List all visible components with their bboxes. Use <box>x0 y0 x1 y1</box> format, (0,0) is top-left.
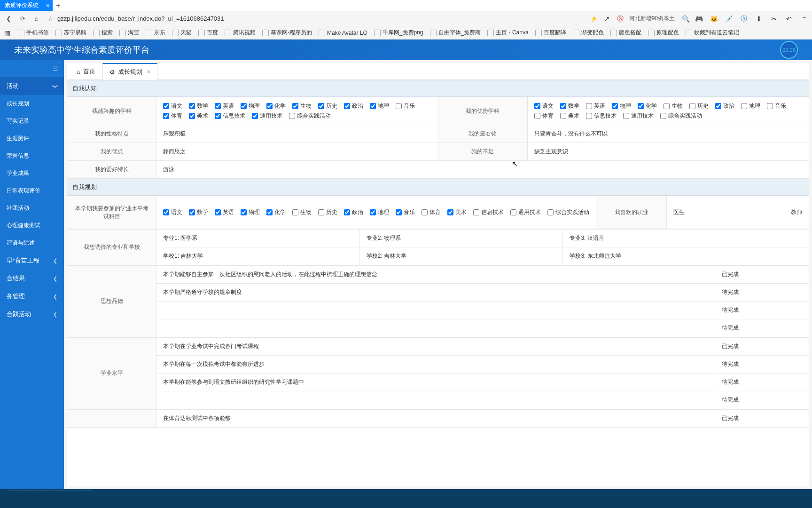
plan-text[interactable]: 本学期能够自主参加一次社区组织的慰问老人的活动，在此过程中梳理正确的理想信念 <box>156 266 715 284</box>
checkbox-input[interactable] <box>612 103 618 109</box>
checkbox-input[interactable] <box>473 209 479 215</box>
major2[interactable]: 物理系 <box>384 235 401 241</box>
major1[interactable]: 医学系 <box>180 235 197 241</box>
sidebar-item[interactable]: 成长规划 <box>0 95 64 112</box>
subject-checkbox[interactable]: 地理 <box>370 208 389 216</box>
subject-checkbox[interactable]: 英语 <box>215 102 234 110</box>
plan-text[interactable]: 在体育达标测试中各项能够 <box>156 410 715 428</box>
subject-checkbox[interactable]: 英语 <box>215 208 234 216</box>
sidebar-item[interactable]: 心理健康测试 <box>0 217 64 234</box>
sidebar-item[interactable]: 评语与除述 <box>0 234 64 252</box>
subject-checkbox[interactable]: 信息技术 <box>473 208 504 216</box>
subject-checkbox[interactable]: 音乐 <box>396 208 415 216</box>
bookmark-item[interactable]: 百度翻译 <box>535 29 566 37</box>
plan-status[interactable]: 待完成 <box>715 391 809 409</box>
search-hint[interactable]: 河北新增90例本土 <box>629 15 675 23</box>
checkbox-input[interactable] <box>318 209 324 215</box>
taskbar-item[interactable] <box>38 490 51 507</box>
subject-checkbox[interactable]: 化学 <box>266 208 286 216</box>
close-icon[interactable]: × <box>147 69 150 75</box>
subject-checkbox[interactable]: 美术 <box>447 208 467 216</box>
close-icon[interactable]: × <box>46 2 50 9</box>
plan-status[interactable]: 待完成 <box>715 356 809 373</box>
plan-text[interactable]: 本学期在学业考试中完成各门考试课程 <box>156 338 715 356</box>
bookmark-item[interactable]: 搜索 <box>93 29 113 37</box>
search-icon[interactable]: 🔍 <box>681 15 690 23</box>
plan-text[interactable] <box>156 319 715 337</box>
subject-checkbox[interactable]: 生物 <box>292 208 312 216</box>
bookmark-item[interactable]: 自由字体_免费商 <box>430 29 481 37</box>
content-scroll[interactable]: 自我认知 我感兴趣的学科 语文数学英语物理化学生物历史政治地理音乐体育美术信息技… <box>67 80 809 486</box>
checkbox-input[interactable] <box>534 113 540 119</box>
browser-tab[interactable]: 素质评价系统 × <box>0 0 53 11</box>
sidebar-item[interactable]: 荣誉信息 <box>0 147 64 165</box>
checkbox-input[interactable] <box>510 209 516 215</box>
subject-checkbox[interactable]: 体育 <box>534 112 554 120</box>
checkbox-input[interactable] <box>689 103 695 109</box>
sidebar-group[interactable]: 合践活动❮ <box>0 305 64 323</box>
sidebar-group[interactable]: 合结果❮ <box>0 270 64 287</box>
subject-checkbox[interactable]: 综合实践活动 <box>547 208 589 216</box>
checkbox-input[interactable] <box>215 103 221 109</box>
plan-status[interactable]: 待完成 <box>715 302 809 319</box>
bookmark-item[interactable]: 渐变配色 <box>573 29 604 37</box>
bookmark-item[interactable]: 苏宁易购 <box>55 29 86 37</box>
taskbar-item[interactable] <box>52 490 65 507</box>
checkbox-input[interactable] <box>547 209 554 215</box>
checkbox-input[interactable] <box>241 103 247 109</box>
checkbox-input[interactable] <box>163 103 169 109</box>
sidebar-item[interactable]: 学业成果 <box>0 165 64 182</box>
plan-text[interactable] <box>156 391 715 409</box>
value-career2[interactable]: 教师 <box>784 196 809 229</box>
bookmark-item[interactable]: 收藏到有道云笔记 <box>686 29 739 37</box>
new-tab-button[interactable]: + <box>53 1 64 10</box>
subject-checkbox[interactable]: 物理 <box>241 208 260 216</box>
checkbox-input[interactable] <box>534 103 540 109</box>
subject-checkbox[interactable]: 生物 <box>664 102 683 110</box>
subject-checkbox[interactable]: 英语 <box>586 102 605 110</box>
sidebar-group[interactable]: 务管理❮ <box>0 287 64 305</box>
open-icon[interactable]: ↗ <box>603 15 611 23</box>
favorite-icon[interactable]: ☆ <box>48 15 54 22</box>
checkbox-input[interactable] <box>163 209 169 215</box>
plan-text[interactable] <box>156 302 715 319</box>
checkbox-input[interactable] <box>586 103 592 109</box>
bookmark-item[interactable]: 主页 - Canva <box>487 29 528 37</box>
checkbox-input[interactable] <box>189 103 195 109</box>
bookmark-item[interactable]: 淘宝 <box>119 29 139 37</box>
checkbox-input[interactable] <box>396 209 402 215</box>
subject-checkbox[interactable]: 信息技术 <box>215 112 245 120</box>
eyedropper-icon[interactable]: 💉 <box>725 15 733 23</box>
checkbox-input[interactable] <box>422 209 428 215</box>
subject-checkbox[interactable]: 美术 <box>189 112 208 120</box>
checkbox-input[interactable] <box>638 103 644 109</box>
cat-icon[interactable]: 🐱 <box>710 15 718 23</box>
subject-checkbox[interactable]: 物理 <box>612 102 631 110</box>
lightning-icon[interactable]: ⚡ <box>590 15 598 23</box>
checkbox-input[interactable] <box>266 103 273 109</box>
subject-checkbox[interactable]: 综合实践活动 <box>289 112 331 120</box>
checkbox-input[interactable] <box>741 103 747 109</box>
subject-checkbox[interactable]: 音乐 <box>396 102 415 110</box>
value-motto[interactable]: 只要肯奋斗，没有什么不可以 <box>527 125 809 143</box>
search-engine-icon[interactable]: Ⓢ <box>616 15 625 23</box>
subject-checkbox[interactable]: 物理 <box>241 102 260 110</box>
download-icon[interactable]: ⬇ <box>755 15 763 23</box>
subject-checkbox[interactable]: 地理 <box>370 102 389 110</box>
tab-home[interactable]: ⌂ 首页 <box>70 63 102 79</box>
checkbox-input[interactable] <box>660 113 666 119</box>
checkbox-input[interactable] <box>215 209 221 215</box>
tab-growth-plan[interactable]: ⚙ 成长规划 × <box>102 63 157 80</box>
subject-checkbox[interactable]: 政治 <box>715 102 734 110</box>
checkbox-input[interactable] <box>664 103 670 109</box>
scissors-icon[interactable]: ✂ <box>770 15 778 23</box>
subject-checkbox[interactable]: 化学 <box>266 102 286 110</box>
home-button[interactable]: ⌂ <box>32 14 41 24</box>
checkbox-input[interactable] <box>586 113 592 119</box>
plan-status[interactable]: 已完成 <box>715 410 809 428</box>
subject-checkbox[interactable]: 语文 <box>163 102 182 110</box>
value-hobby[interactable]: 游泳 <box>156 161 809 179</box>
undo-icon[interactable]: ↶ <box>785 15 793 23</box>
bookmark-item[interactable]: 天猫 <box>172 29 192 37</box>
collapse-sidebar-button[interactable]: ☰ <box>0 60 64 77</box>
